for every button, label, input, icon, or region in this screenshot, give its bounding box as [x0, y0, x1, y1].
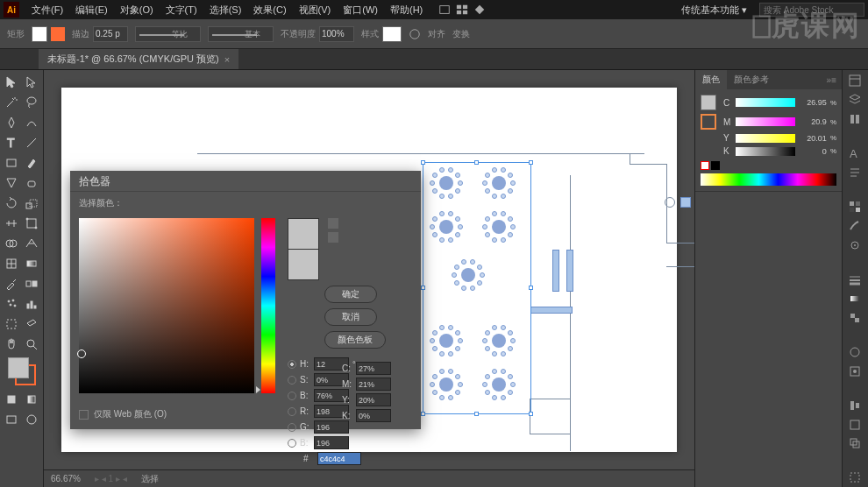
c-value[interactable]: 26.95: [799, 98, 827, 107]
menu-type[interactable]: 文字(T): [160, 2, 203, 18]
bl-radio[interactable]: [288, 439, 296, 448]
menu-edit[interactable]: 编辑(E): [70, 2, 113, 18]
mesh-tool[interactable]: [2, 253, 22, 273]
b-radio[interactable]: [288, 392, 296, 400]
symbols-panel-icon[interactable]: [843, 236, 867, 255]
hue-slider[interactable]: [261, 218, 275, 393]
rectangle-tool[interactable]: [2, 152, 22, 173]
panel-stroke-box[interactable]: [701, 114, 716, 130]
y-value[interactable]: 20.01: [799, 134, 827, 143]
graphic-styles-panel-icon[interactable]: [843, 362, 867, 380]
swatches-panel-icon[interactable]: [843, 198, 867, 216]
properties-panel-icon[interactable]: [843, 72, 867, 90]
m-value[interactable]: 20.9: [799, 117, 827, 126]
stroke-profile[interactable]: 等比: [135, 26, 201, 42]
g-radio[interactable]: [288, 423, 296, 432]
fill-swatch[interactable]: [32, 26, 47, 42]
opacity-input[interactable]: [319, 26, 354, 42]
scale-tool[interactable]: [22, 193, 42, 213]
transform-label[interactable]: 变换: [452, 28, 470, 40]
style-swatch[interactable]: [382, 26, 402, 42]
eyedropper-tool[interactable]: [2, 273, 22, 293]
k-slider[interactable]: [736, 147, 795, 156]
menu-effect[interactable]: 效果(C): [248, 2, 291, 18]
warn-icon[interactable]: [328, 218, 338, 229]
slice-tool[interactable]: [22, 314, 42, 334]
transform-panel-icon[interactable]: [843, 415, 867, 434]
cancel-button[interactable]: 取消: [324, 308, 377, 326]
pen-tool[interactable]: [2, 112, 22, 132]
appearance-panel-icon[interactable]: [843, 342, 867, 361]
none-swatch[interactable]: [701, 161, 709, 170]
shaper-tool[interactable]: [2, 173, 22, 193]
align-panel-icon[interactable]: [843, 396, 867, 414]
transparency-panel-icon[interactable]: [843, 308, 867, 327]
cmyk-k-input[interactable]: [356, 409, 391, 422]
doc-setup-icon[interactable]: [409, 28, 421, 40]
black-swatch[interactable]: [711, 161, 720, 170]
menu-view[interactable]: 视图(V): [294, 2, 337, 18]
direct-select-tool[interactable]: [22, 72, 42, 92]
k-value[interactable]: 0: [799, 147, 827, 156]
screen-mode-icon[interactable]: [2, 409, 22, 429]
menu-window[interactable]: 窗口(W): [338, 2, 383, 18]
gradient-mode-icon[interactable]: [22, 389, 42, 409]
gpu-icon[interactable]: [473, 4, 486, 16]
artboards-panel-icon[interactable]: [843, 469, 867, 487]
menu-select[interactable]: 选择(S): [204, 2, 247, 18]
m-slider[interactable]: [736, 117, 795, 126]
brush-tool[interactable]: [22, 152, 42, 173]
tab-close-icon[interactable]: ×: [224, 54, 230, 65]
panel-menu-icon[interactable]: »≡: [827, 75, 842, 85]
para-panel-icon[interactable]: [843, 164, 867, 182]
eraser-tool[interactable]: [22, 173, 42, 193]
r-radio[interactable]: [288, 407, 296, 416]
c-slider[interactable]: [736, 98, 795, 107]
magic-wand-tool[interactable]: [2, 92, 22, 112]
artboard-tool[interactable]: [2, 314, 22, 334]
brushes-panel-icon[interactable]: [843, 217, 867, 236]
color-guide-tab[interactable]: 颜色参考: [727, 70, 776, 89]
s-radio[interactable]: [288, 376, 296, 385]
layers-panel-icon[interactable]: [843, 91, 867, 109]
swatches-button[interactable]: 颜色色板: [324, 331, 386, 349]
panel-fill-box[interactable]: [701, 95, 716, 110]
stroke-weight[interactable]: [93, 26, 128, 42]
rotate-tool[interactable]: [2, 193, 22, 213]
perspective-tool[interactable]: [22, 233, 42, 253]
menu-file[interactable]: 文件(F): [26, 2, 68, 18]
menu-help[interactable]: 帮助(H): [385, 2, 428, 18]
color-mode-icon[interactable]: [2, 389, 22, 409]
shape-builder-tool[interactable]: [2, 233, 22, 253]
selection-tool[interactable]: [2, 72, 22, 92]
fill-color-box[interactable]: [8, 357, 29, 378]
h-radio[interactable]: [288, 360, 296, 369]
color-field-cursor[interactable]: [77, 349, 86, 358]
type-tool[interactable]: T: [2, 132, 22, 152]
cmyk-y-input[interactable]: [356, 393, 391, 406]
lasso-tool[interactable]: [22, 92, 42, 112]
brush-def[interactable]: 基本: [208, 26, 274, 42]
workspace-select[interactable]: 传统基本功能 ▾: [676, 2, 752, 18]
gradient-tool[interactable]: [22, 253, 42, 273]
pathfinder-panel-icon[interactable]: [843, 434, 867, 453]
spectrum-bar[interactable]: [701, 173, 836, 186]
zoom-tool[interactable]: [22, 334, 42, 354]
document-tab[interactable]: 未标题-1* @ 66.67% (CMYK/GPU 预览) ×: [39, 49, 238, 69]
hex-input[interactable]: [317, 452, 361, 465]
libraries-panel-icon[interactable]: [843, 110, 867, 129]
curvature-tool[interactable]: [22, 112, 42, 132]
color-tab[interactable]: 颜色: [695, 70, 727, 89]
blend-tool[interactable]: [22, 273, 42, 293]
color-field[interactable]: [79, 218, 254, 393]
menu-object[interactable]: 对象(O): [115, 2, 159, 18]
warn-icon-2[interactable]: [328, 232, 338, 243]
arrange-icon[interactable]: [456, 4, 468, 16]
cmyk-c-input[interactable]: [356, 362, 391, 375]
symbol-spray-tool[interactable]: [2, 293, 22, 314]
free-transform-tool[interactable]: [22, 213, 42, 233]
web-only-checkbox[interactable]: [79, 410, 89, 420]
bl-input[interactable]: [314, 436, 349, 449]
char-panel-icon[interactable]: A: [843, 145, 867, 163]
align-label[interactable]: 对齐: [428, 28, 445, 40]
